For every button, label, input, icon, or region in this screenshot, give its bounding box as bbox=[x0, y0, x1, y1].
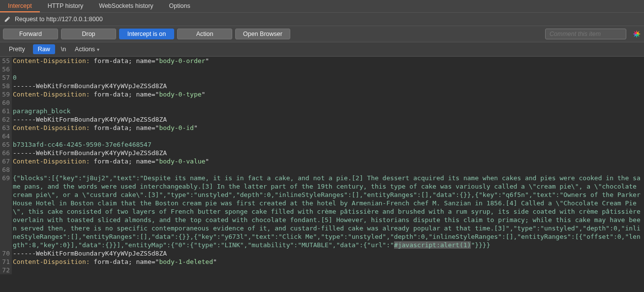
field-name: body-0-order bbox=[159, 57, 205, 65]
main-tabs: Intercept HTTP history WebSockets histor… bbox=[0, 0, 644, 13]
header-name: Content-Disposition: bbox=[13, 91, 90, 98]
view-bar: Pretty Raw \n Actions ▾ bbox=[0, 42, 644, 57]
code-text: " bbox=[213, 258, 217, 265]
code-text: form-data; name=" bbox=[90, 57, 159, 65]
code-text: " bbox=[194, 124, 198, 131]
line-number: 66 bbox=[0, 149, 12, 157]
tab-http-history[interactable]: HTTP history bbox=[40, 0, 92, 12]
action-button[interactable]: Action bbox=[177, 29, 232, 39]
code-text: " bbox=[205, 158, 209, 165]
header-name: Content-Disposition: bbox=[13, 158, 90, 165]
code-text: form-data; name=" bbox=[90, 158, 159, 165]
drop-button[interactable]: Drop bbox=[61, 29, 116, 39]
request-target-text: Request to http://127.0.0.1:8000 bbox=[15, 16, 103, 23]
code-text: " bbox=[205, 57, 209, 65]
line-number: 68 bbox=[0, 165, 12, 174]
line-number: 70 bbox=[0, 249, 12, 258]
line-number: 58 bbox=[0, 82, 12, 90]
request-bar: Request to http://127.0.0.1:8000 bbox=[0, 13, 644, 26]
header-name: Content-Disposition: bbox=[13, 124, 90, 131]
line-number: 61 bbox=[0, 107, 12, 115]
highlight-icon[interactable] bbox=[632, 30, 641, 38]
json-body: {"blocks":[{"key":"j8uj2","text":"Despit… bbox=[13, 174, 644, 249]
boundary-text: ------WebKitFormBoundaryK4YyWVpJeZSSd8ZA bbox=[12, 115, 644, 124]
code-editor[interactable]: 55Content-Disposition: form-data; name="… bbox=[0, 57, 644, 292]
comment-input[interactable] bbox=[545, 29, 626, 39]
open-browser-button[interactable]: Open Browser bbox=[235, 29, 290, 39]
line-number: 72 bbox=[0, 266, 12, 274]
boundary-text: ------WebKitFormBoundaryK4YyWVpJeZSSd8ZA bbox=[12, 149, 644, 157]
actions-dropdown[interactable]: Actions ▾ bbox=[72, 44, 102, 54]
json-body: "}}}} bbox=[471, 241, 490, 249]
tab-websockets-history[interactable]: WebSockets history bbox=[91, 0, 161, 12]
line-number: 69 bbox=[0, 174, 12, 249]
header-name: Content-Disposition: bbox=[13, 57, 90, 65]
field-value: b7313afd-cc46-4245-9590-37e6fe468547 bbox=[12, 140, 644, 149]
field-name: body-0-value bbox=[159, 158, 205, 165]
tab-intercept[interactable]: Intercept bbox=[0, 0, 40, 12]
action-bar: Forward Drop Intercept is on Action Open… bbox=[0, 26, 644, 42]
field-value: 0 bbox=[12, 73, 644, 82]
forward-button[interactable]: Forward bbox=[3, 29, 58, 39]
line-number: 60 bbox=[0, 98, 12, 107]
boundary-text: ------WebKitFormBoundaryK4YyWVpJeZSSd8ZA bbox=[12, 249, 644, 258]
line-number: 59 bbox=[0, 90, 12, 98]
actions-label: Actions bbox=[75, 46, 95, 53]
boundary-text: ------WebKitFormBoundaryK4YyWVpJeZSSd8ZA bbox=[12, 82, 644, 90]
line-number: 71 bbox=[0, 258, 12, 266]
field-name: body-0-id bbox=[159, 124, 193, 131]
line-number: 57 bbox=[0, 73, 12, 82]
line-number: 55 bbox=[0, 57, 12, 65]
code-text: form-data; name=" bbox=[90, 124, 159, 131]
code-text: " bbox=[202, 91, 206, 98]
field-name: body-0-type bbox=[159, 91, 201, 98]
field-name: body-1-deleted bbox=[159, 258, 213, 265]
chevron-down-icon: ▾ bbox=[97, 47, 99, 52]
pretty-view-button[interactable]: Pretty bbox=[4, 44, 30, 54]
line-number: 56 bbox=[0, 65, 12, 73]
raw-view-button[interactable]: Raw bbox=[33, 44, 55, 54]
edit-icon[interactable] bbox=[4, 16, 11, 23]
line-number: 64 bbox=[0, 132, 12, 140]
code-text: form-data; name=" bbox=[90, 258, 159, 265]
header-name: Content-Disposition: bbox=[13, 258, 90, 265]
newline-toggle[interactable]: \n bbox=[58, 44, 69, 54]
field-value: paragraph_block bbox=[12, 107, 644, 115]
intercept-toggle-button[interactable]: Intercept is on bbox=[119, 29, 174, 39]
selected-text: #javascript:alert(1) bbox=[394, 241, 471, 249]
line-number: 63 bbox=[0, 124, 12, 132]
line-number: 65 bbox=[0, 140, 12, 149]
line-number: 67 bbox=[0, 157, 12, 165]
line-number: 62 bbox=[0, 115, 12, 124]
code-text: form-data; name=" bbox=[90, 91, 159, 98]
tab-options[interactable]: Options bbox=[161, 0, 198, 12]
